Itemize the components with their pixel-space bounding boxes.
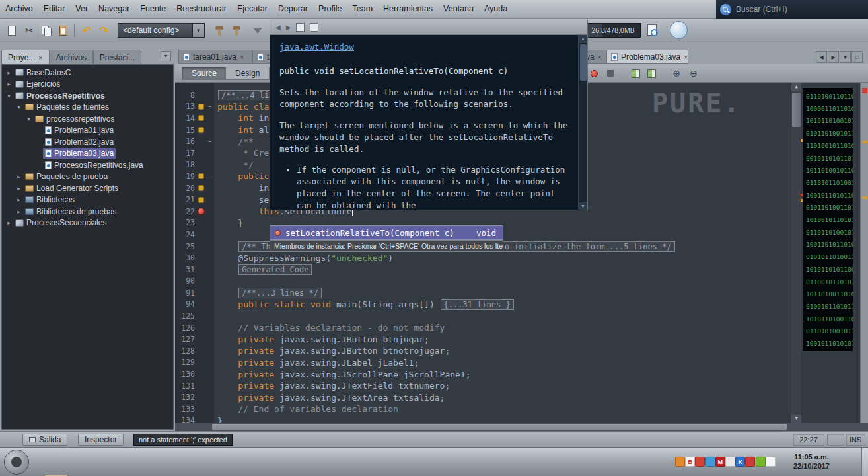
warning-stripe-mark[interactable] — [862, 196, 867, 199]
code-line[interactable]: 90 — [175, 276, 868, 288]
line-number[interactable]: 31 — [175, 265, 196, 274]
paste-button[interactable] — [55, 23, 71, 38]
line-number[interactable]: 91 — [175, 288, 196, 298]
line-number[interactable]: 94 — [175, 299, 196, 309]
menu-ayuda[interactable]: Ayuda — [479, 0, 513, 18]
search-input[interactable] — [736, 5, 858, 14]
tray-icon[interactable]: K — [735, 457, 745, 467]
panel-tab-prestaci[interactable]: Prestaci... — [93, 50, 141, 64]
quick-search[interactable] — [716, 0, 868, 19]
line-number[interactable]: 14 — [175, 114, 196, 123]
line-number[interactable]: 17 — [175, 149, 196, 158]
tray-icon[interactable] — [766, 457, 776, 467]
line-number[interactable]: 128 — [175, 346, 196, 356]
line-number[interactable]: 131 — [175, 381, 196, 391]
app-menu-taskbar-icon[interactable] — [4, 450, 29, 475]
close-icon[interactable]: × — [38, 51, 42, 64]
redo-button[interactable]: ↷ — [96, 23, 112, 38]
cut-button[interactable]: ✂ — [21, 23, 37, 38]
tree-item[interactable]: ▾ProcesosRepetitivos — [2, 90, 173, 102]
code-line[interactable]: 131 private javax.swing.JTextField txtnu… — [175, 380, 868, 392]
expand-icon[interactable]: ▸ — [5, 69, 13, 76]
close-icon[interactable]: × — [240, 53, 244, 61]
line-number[interactable]: 16 — [175, 137, 196, 146]
tree-item[interactable]: ▸BaseDatosC — [2, 67, 173, 79]
line-number[interactable]: 25 — [175, 242, 196, 251]
tray-icon[interactable] — [675, 457, 685, 467]
view-button-source[interactable]: Source — [182, 67, 227, 80]
editor-tab-problema03java[interactable]: Problema03.java× — [606, 50, 688, 64]
line-number[interactable]: 20 — [175, 184, 196, 193]
code-line[interactable]: 31 Generated Code — [175, 264, 868, 276]
line-number[interactable]: 18 — [175, 160, 196, 169]
code-line[interactable]: 134} — [175, 415, 868, 423]
expand-icon[interactable]: ▸ — [5, 81, 13, 87]
diff-prev-button[interactable] — [630, 69, 641, 78]
menu-ejecutar[interactable]: Ejecutar — [232, 0, 273, 18]
copy-doc-icon[interactable] — [310, 23, 318, 32]
stop-macro-button[interactable] — [604, 69, 616, 78]
line-number[interactable]: 126 — [175, 323, 196, 333]
expand-icon[interactable]: ▸ — [15, 173, 23, 180]
code-line[interactable]: 128 private javax.swing.JButton btnotroj… — [175, 345, 868, 357]
line-number[interactable]: 24 — [175, 230, 196, 239]
warning-stripe-mark[interactable] — [862, 141, 867, 143]
minimize-panel-button[interactable]: ▾ — [161, 51, 171, 61]
fold-marker[interactable]: − — [206, 173, 214, 180]
tree-item[interactable]: ▸Load Generator Scripts — [2, 182, 173, 194]
javadoc-scrollbar[interactable]: ▲ ▼ — [578, 35, 587, 210]
expand-icon[interactable]: ▸ — [5, 219, 13, 226]
tray-icon[interactable] — [756, 457, 766, 467]
line-number[interactable]: 127 — [175, 335, 196, 344]
fold-marker[interactable]: − — [206, 138, 214, 145]
line-number[interactable]: 129 — [175, 358, 196, 367]
scroll-down-icon[interactable]: ▼ — [791, 415, 801, 423]
close-icon[interactable]: × — [684, 53, 688, 61]
line-number[interactable]: 22 — [175, 207, 196, 216]
undo-button[interactable]: ↶ — [79, 23, 95, 38]
tree-item[interactable]: Problema01.java — [2, 125, 173, 137]
tray-icon[interactable] — [745, 457, 755, 467]
code-completion-popup[interactable]: setLocationRelativeTo(Component c) void — [270, 225, 503, 240]
inspector-window-button[interactable]: Inspector — [78, 434, 124, 446]
menu-reestructurar[interactable]: Reestructurar — [171, 0, 232, 18]
scroll-tabs-right-button[interactable]: ▶ — [828, 51, 839, 63]
menu-depurar[interactable]: Depurar — [273, 0, 313, 18]
line-number[interactable]: 132 — [175, 393, 196, 402]
collapse-icon[interactable]: ▾ — [5, 93, 13, 99]
memory-indicator[interactable]: 26,8/478,0MB — [585, 23, 641, 38]
menu-navegar[interactable]: Navegar — [93, 0, 135, 18]
scrollbar-thumb[interactable] — [792, 93, 801, 127]
fold-marker[interactable]: − — [206, 103, 214, 110]
editor-tab-tarea01java[interactable]: tarea01.java× — [178, 50, 252, 64]
tree-item[interactable]: ▸Bibliotecas — [2, 194, 173, 206]
menu-team[interactable]: Team — [347, 0, 378, 18]
line-number[interactable]: 19 — [175, 172, 196, 181]
menu-editar[interactable]: Editar — [38, 0, 71, 18]
forward-icon[interactable]: ▶ — [286, 24, 291, 31]
zoom-out-button[interactable]: ⊖ — [688, 69, 700, 78]
copy-button[interactable] — [38, 23, 54, 38]
line-number[interactable]: 8 — [175, 91, 196, 100]
tree-item[interactable]: ▾Paquetes de fuentes — [2, 102, 173, 114]
diff-next-button[interactable] — [645, 69, 657, 78]
build-button[interactable] — [211, 23, 227, 38]
line-number[interactable]: 13 — [175, 102, 196, 111]
menu-ver[interactable]: Ver — [70, 0, 93, 18]
tree-item[interactable]: ▸Bibliotecas de pruebas — [2, 206, 173, 218]
code-line[interactable]: 130 private javax.swing.JScrollPane jScr… — [175, 368, 868, 380]
error-stripe-mark[interactable] — [862, 88, 867, 93]
menu-herramientas[interactable]: Herramientas — [378, 0, 438, 18]
show-desktop-button[interactable] — [861, 448, 868, 476]
zoom-in-button[interactable]: ⊕ — [670, 69, 682, 78]
error-stripe[interactable] — [860, 83, 868, 423]
line-number[interactable]: 90 — [175, 276, 196, 286]
expand-icon[interactable]: ▸ — [15, 208, 23, 215]
profiler-button[interactable] — [250, 23, 266, 38]
scroll-up-icon[interactable]: ▲ — [791, 83, 801, 91]
code-line[interactable]: 91 /**...3 lines */ — [175, 287, 868, 299]
line-number[interactable]: 23 — [175, 218, 196, 227]
line-number[interactable]: 30 — [175, 253, 196, 262]
code-line[interactable]: 133 // End of variables declaration — [175, 403, 868, 415]
line-number[interactable]: 130 — [175, 370, 196, 379]
